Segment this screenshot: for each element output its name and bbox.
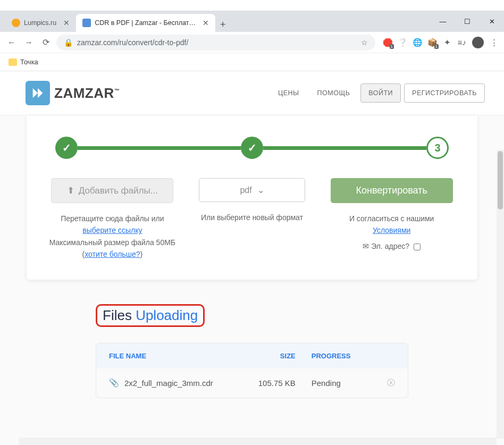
- forward-button[interactable]: →: [22, 36, 35, 49]
- convert-button[interactable]: Конвертировать: [331, 178, 453, 203]
- horizontal-scrollbar[interactable]: [19, 438, 497, 445]
- minimize-button[interactable]: —: [431, 11, 455, 32]
- step-2-done: ✓: [241, 137, 263, 159]
- add-files-label: Добавить файлы...: [79, 186, 158, 196]
- tab-title: CDR в PDF | Zamzar - Бесплатна: [95, 19, 196, 27]
- folder-icon: [9, 58, 17, 66]
- email-label: Эл. адрес?: [371, 242, 409, 250]
- close-window-button[interactable]: ✕: [480, 11, 504, 32]
- drag-hint: Перетащите сюда файлы или: [61, 214, 164, 223]
- adblock-icon[interactable]: 🛑1: [383, 38, 392, 47]
- file-progress: Pending: [296, 379, 376, 388]
- url-field[interactable]: 🔒 zamzar.com/ru/convert/cdr-to-pdf/ ☆: [56, 35, 375, 51]
- bookmark-item[interactable]: Точка: [20, 58, 38, 66]
- stepper: ✓ ✓ 3: [43, 137, 461, 159]
- remove-file-button[interactable]: ⓧ: [376, 378, 395, 388]
- choose-link[interactable]: выберите ссылку: [82, 226, 142, 234]
- bookmarks-bar: Точка: [0, 53, 504, 71]
- new-tab-button[interactable]: +: [215, 17, 230, 32]
- files-table: FILE NAME SIZE PROGRESS 📎 2x2_full_magic…: [96, 343, 408, 398]
- profile-avatar[interactable]: [472, 37, 484, 48]
- file-size: 105.75 KB: [250, 379, 296, 388]
- col-header-size: SIZE: [250, 352, 296, 360]
- site-header: ZAMZAR™ ЦЕНЫ ПОМОЩЬ ВОЙТИ РЕГИСТРИРОВАТЬ: [0, 71, 504, 115]
- favicon-lumpics: [12, 19, 20, 27]
- logo-icon: [26, 81, 50, 105]
- format-hint: Или выберите новый формат: [188, 212, 317, 223]
- chevron-down-icon: ⌄: [257, 185, 264, 195]
- col-header-progress: PROGRESS: [296, 352, 376, 360]
- favicon-zamzar: [82, 19, 91, 27]
- chrome-menu-icon[interactable]: ⋮: [489, 38, 499, 47]
- logo[interactable]: ZAMZAR™: [26, 81, 120, 105]
- col-header-filename: FILE NAME: [109, 352, 250, 360]
- step-3: 3: [426, 137, 449, 159]
- close-icon[interactable]: ✕: [63, 19, 70, 27]
- extension-playlist-icon[interactable]: ≡♪: [457, 38, 467, 47]
- files-uploading-heading: Files Uploading: [96, 304, 205, 327]
- url-text: zamzar.com/ru/convert/cdr-to-pdf/: [77, 38, 188, 47]
- extension-block-icon[interactable]: 📦1: [427, 38, 437, 47]
- bookmark-star-icon[interactable]: ☆: [361, 38, 368, 47]
- reload-button[interactable]: ⟳: [39, 36, 52, 49]
- want-more-link[interactable]: хотите больше?: [85, 250, 140, 258]
- email-checkbox[interactable]: [414, 244, 421, 250]
- upload-icon: ⬆: [67, 185, 74, 196]
- address-bar: ← → ⟳ 🔒 zamzar.com/ru/convert/cdr-to-pdf…: [0, 32, 504, 53]
- vertical-scrollbar[interactable]: [497, 150, 504, 439]
- format-value: pdf: [240, 186, 251, 195]
- format-select[interactable]: pdf ⌄: [199, 178, 305, 202]
- nav-pricing[interactable]: ЦЕНЫ: [271, 84, 307, 102]
- tab-title: Lumpics.ru: [24, 19, 56, 27]
- login-button[interactable]: ВОЙТИ: [360, 83, 401, 103]
- converter-card: ✓ ✓ 3 ⬆ Добавить файлы... Перетащите сюд…: [27, 115, 477, 280]
- extension-help-icon[interactable]: ❔: [398, 38, 407, 47]
- nav-help[interactable]: ПОМОЩЬ: [310, 84, 358, 102]
- maximize-button[interactable]: ☐: [455, 11, 480, 32]
- step-1-done: ✓: [55, 137, 78, 159]
- back-button[interactable]: ←: [5, 36, 18, 49]
- tab-zamzar[interactable]: CDR в PDF | Zamzar - Бесплатна ✕: [76, 14, 215, 32]
- extensions-menu-icon[interactable]: ✦: [442, 38, 452, 47]
- tab-strip: Lumpics.ru ✕ CDR в PDF | Zamzar - Беспла…: [0, 11, 504, 32]
- agree-hint: И согласиться с нашими: [349, 214, 434, 223]
- envelope-icon: ✉: [363, 242, 369, 250]
- extension-globe-icon[interactable]: 🌐: [413, 38, 422, 47]
- register-button[interactable]: РЕГИСТРИРОВАТЬ: [404, 83, 485, 103]
- terms-link[interactable]: Условиями: [373, 226, 410, 234]
- tab-lumpics[interactable]: Lumpics.ru ✕: [5, 14, 76, 32]
- lock-icon: 🔒: [64, 38, 73, 47]
- table-row: 📎 2x2_full_magic_3mm.cdr 105.75 KB Pendi…: [96, 368, 408, 398]
- size-hint: Максимальный размер файла 50МБ (хотите б…: [49, 238, 175, 258]
- logo-text: ZAMZAR™: [54, 85, 120, 102]
- close-icon[interactable]: ✕: [203, 19, 209, 27]
- file-name: 2x2_full_magic_3mm.cdr: [124, 379, 213, 388]
- paperclip-icon: 📎: [109, 378, 119, 388]
- add-files-button[interactable]: ⬆ Добавить файлы...: [51, 178, 173, 203]
